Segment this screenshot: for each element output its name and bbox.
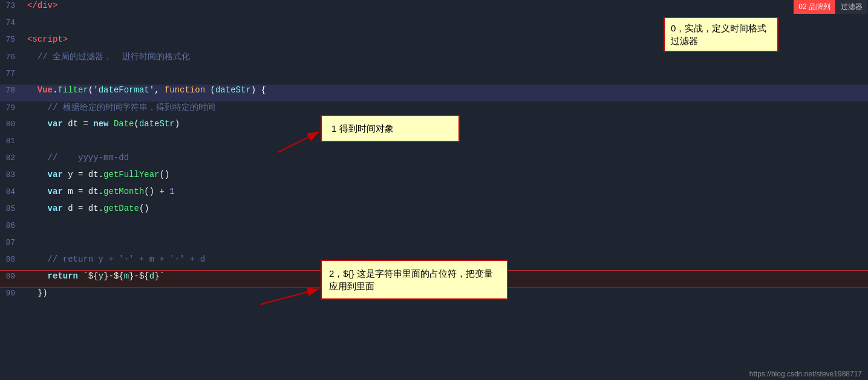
code-editor-area: 73 </div> 74 75 <script> 76 // 全局的过滤器， 进… bbox=[0, 0, 868, 380]
line-content-74 bbox=[27, 18, 32, 27]
code-line-76: 76 // 全局的过滤器， 进行时间的格式化 bbox=[0, 51, 868, 68]
line-content-81 bbox=[27, 136, 32, 146]
line-content-73: </div> bbox=[27, 1, 57, 10]
line-content-88: // return y + '-' + m + '-' + d bbox=[27, 254, 205, 264]
tab-brand-label: 02 品牌列 bbox=[798, 2, 830, 11]
line-number-80: 80 bbox=[0, 120, 27, 129]
line-content-90: }) bbox=[27, 288, 48, 298]
code-line-78: 78 Vue.filter('dateFormat', function (da… bbox=[0, 85, 868, 101]
line-number-75: 75 bbox=[0, 35, 27, 44]
line-number-84: 84 bbox=[0, 187, 27, 196]
line-number-88: 88 bbox=[0, 255, 27, 264]
line-content-75: <script> bbox=[27, 34, 68, 44]
url-bar: https://blog.csdn.net/steve1988717 bbox=[743, 368, 868, 380]
annotation-top-right: 0，实战，定义时间格式过滤器 bbox=[664, 17, 778, 52]
line-number-73: 73 bbox=[0, 1, 27, 10]
annotation-middle-text: 1 得到时间对象 bbox=[331, 123, 394, 134]
line-content-76: // 全局的过滤器， 进行时间的格式化 bbox=[27, 51, 190, 62]
line-number-85: 85 bbox=[0, 204, 27, 213]
top-right-tabs: 02 品牌列 过滤器 bbox=[794, 0, 868, 14]
code-line-87: 87 bbox=[0, 237, 868, 254]
tab-filter[interactable]: 过滤器 bbox=[836, 0, 868, 14]
line-number-87: 87 bbox=[0, 238, 27, 247]
line-number-90: 90 bbox=[0, 289, 27, 298]
url-text: https://blog.csdn.net/steve1988717 bbox=[749, 370, 862, 378]
tab-brand[interactable]: 02 品牌列 bbox=[794, 0, 836, 14]
code-line-85: 85 var d = dt.getDate() bbox=[0, 203, 868, 220]
annotation-bottom-text: 2，${} 这是字符串里面的占位符，把变量应用到里面 bbox=[329, 268, 493, 291]
code-line-86: 86 bbox=[0, 220, 868, 237]
line-content-79: // 根据给定的时间字符串，得到特定的时间 bbox=[27, 102, 215, 113]
line-number-83: 83 bbox=[0, 170, 27, 179]
code-line-82: 82 // yyyy-mm-dd bbox=[0, 152, 868, 169]
line-number-79: 79 bbox=[0, 103, 27, 112]
annotation-top-right-text: 0，实战，定义时间格式过滤器 bbox=[671, 23, 766, 46]
line-number-78: 78 bbox=[0, 86, 27, 95]
annotation-middle: 1 得到时间对象 bbox=[321, 115, 460, 142]
code-line-77: 77 bbox=[0, 68, 868, 85]
annotation-bottom: 2，${} 这是字符串里面的占位符，把变量应用到里面 bbox=[321, 260, 508, 300]
line-content-80: var dt = new Date(dateStr) bbox=[27, 119, 180, 129]
line-content-87 bbox=[27, 237, 32, 247]
line-content-86 bbox=[27, 221, 32, 230]
line-number-76: 76 bbox=[0, 53, 27, 62]
line-number-86: 86 bbox=[0, 221, 27, 230]
tab-filter-label: 过滤器 bbox=[841, 2, 863, 11]
line-content-77 bbox=[27, 68, 32, 78]
line-number-89: 89 bbox=[0, 272, 27, 281]
code-editor: 73 </div> 74 75 <script> 76 // 全局的过滤器， 进… bbox=[0, 0, 868, 380]
code-line-84: 84 var m = dt.getMonth() + 1 bbox=[0, 186, 868, 203]
line-content-89: return `${y}-${m}-${d}` bbox=[27, 271, 165, 281]
line-content-83: var y = dt.getFullYear() bbox=[27, 170, 169, 179]
code-line-73: 73 </div> bbox=[0, 0, 868, 17]
main-container: 02 品牌列 过滤器 73 </div> 74 75 <script> bbox=[0, 0, 868, 380]
line-content-78: Vue.filter('dateFormat', function (dateS… bbox=[27, 85, 266, 95]
line-content-84: var m = dt.getMonth() + 1 bbox=[27, 187, 175, 196]
line-content-82: // yyyy-mm-dd bbox=[27, 153, 129, 163]
line-number-77: 77 bbox=[0, 69, 27, 78]
line-number-74: 74 bbox=[0, 18, 27, 27]
code-line-83: 83 var y = dt.getFullYear() bbox=[0, 169, 868, 186]
line-content-85: var d = dt.getDate() bbox=[27, 204, 149, 213]
line-number-82: 82 bbox=[0, 153, 27, 163]
line-number-81: 81 bbox=[0, 137, 27, 146]
